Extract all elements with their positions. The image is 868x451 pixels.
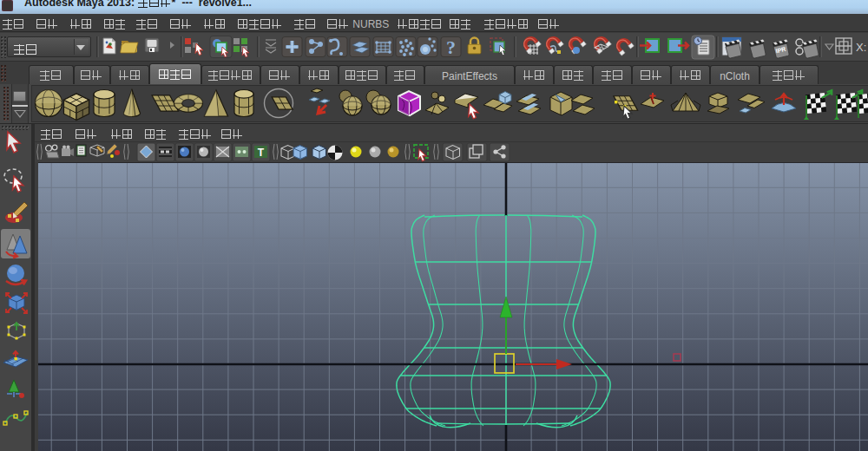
svg-text:X:: X: (856, 41, 866, 54)
svg-text:?: ? (446, 36, 456, 58)
svg-text:T: T (258, 147, 265, 159)
